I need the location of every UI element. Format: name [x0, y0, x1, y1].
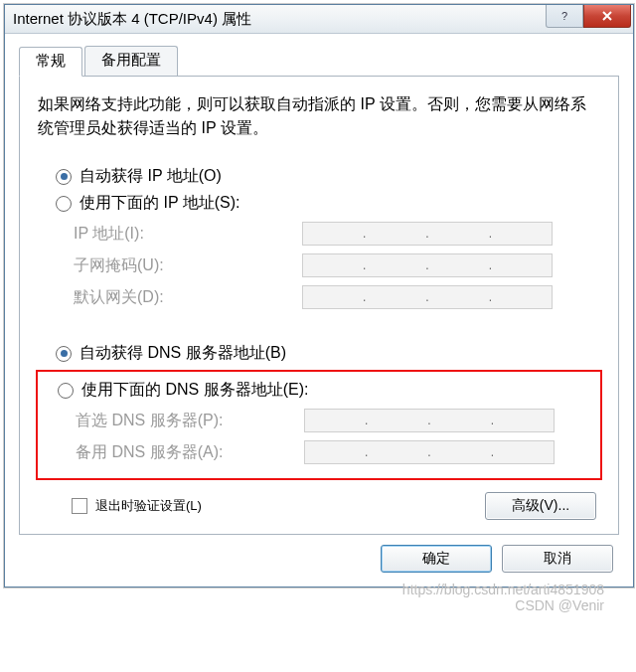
tab-general[interactable]: 常规	[19, 47, 82, 77]
svg-text:?: ?	[561, 10, 567, 22]
ok-button[interactable]: 确定	[381, 545, 492, 573]
validate-checkbox[interactable]	[72, 498, 87, 514]
radio-ip-auto-label: 自动获得 IP 地址(O)	[80, 166, 222, 187]
ip-address-input[interactable]: ...	[302, 222, 553, 246]
field-dns-preferred: 首选 DNS 服务器(P): ...	[76, 409, 598, 432]
radio-dns-auto[interactable]: 自动获得 DNS 服务器地址(B)	[56, 343, 600, 364]
description-text: 如果网络支持此功能，则可以获取自动指派的 IP 设置。否则，您需要从网络系统管理…	[38, 92, 600, 140]
radio-icon	[56, 346, 72, 362]
tab-strip: 常规 备用配置	[19, 46, 619, 77]
field-subnet: 子网掩码(U): ...	[74, 253, 600, 277]
highlight-box: 使用下面的 DNS 服务器地址(E): 首选 DNS 服务器(P): ... 备…	[36, 370, 602, 480]
dns-alternate-label: 备用 DNS 服务器(A):	[76, 442, 304, 463]
gateway-label: 默认网关(D):	[74, 287, 302, 308]
advanced-button[interactable]: 高级(V)...	[485, 492, 596, 520]
radio-dns-auto-label: 自动获得 DNS 服务器地址(B)	[80, 343, 286, 364]
dns-alternate-input[interactable]: ...	[304, 440, 555, 464]
close-button[interactable]	[583, 5, 631, 28]
dialog-buttons: 确定 取消	[19, 535, 619, 577]
ip-address-label: IP 地址(I):	[74, 224, 302, 245]
radio-ip-manual[interactable]: 使用下面的 IP 地址(S):	[56, 193, 600, 214]
window-buttons: ?	[546, 5, 631, 28]
field-ip-address: IP 地址(I): ...	[74, 222, 600, 246]
cancel-button[interactable]: 取消	[502, 545, 613, 573]
watermark-line2: CSDN @Venir	[4, 597, 604, 613]
subnet-input[interactable]: ...	[302, 253, 553, 277]
gateway-input[interactable]: ...	[302, 285, 553, 309]
field-dns-alternate: 备用 DNS 服务器(A): ...	[76, 440, 598, 464]
subnet-label: 子网掩码(U):	[74, 255, 302, 276]
dns-preferred-input[interactable]: ...	[304, 409, 555, 432]
tab-panel: 如果网络支持此功能，则可以获取自动指派的 IP 设置。否则，您需要从网络系统管理…	[19, 76, 619, 535]
radio-icon	[56, 169, 72, 185]
window-title: Internet 协议版本 4 (TCP/IPv4) 属性	[13, 10, 251, 29]
radio-ip-manual-label: 使用下面的 IP 地址(S):	[80, 193, 240, 214]
radio-icon	[58, 383, 74, 399]
field-gateway: 默认网关(D): ...	[74, 285, 600, 309]
tab-alternate[interactable]: 备用配置	[84, 46, 178, 76]
client-area: 常规 备用配置 如果网络支持此功能，则可以获取自动指派的 IP 设置。否则，您需…	[5, 34, 633, 587]
dns-preferred-label: 首选 DNS 服务器(P):	[76, 411, 304, 431]
radio-dns-manual[interactable]: 使用下面的 DNS 服务器地址(E):	[58, 380, 598, 401]
radio-dns-manual-label: 使用下面的 DNS 服务器地址(E):	[81, 380, 308, 401]
bottom-row: 退出时验证设置(L) 高级(V)...	[72, 492, 600, 520]
radio-ip-auto[interactable]: 自动获得 IP 地址(O)	[56, 166, 600, 187]
title-bar: Internet 协议版本 4 (TCP/IPv4) 属性 ?	[5, 5, 633, 34]
dialog-window: Internet 协议版本 4 (TCP/IPv4) 属性 ? 常规 备用配置 …	[4, 4, 634, 588]
validate-label: 退出时验证设置(L)	[95, 497, 202, 515]
radio-icon	[56, 196, 72, 212]
help-button[interactable]: ?	[546, 5, 583, 28]
